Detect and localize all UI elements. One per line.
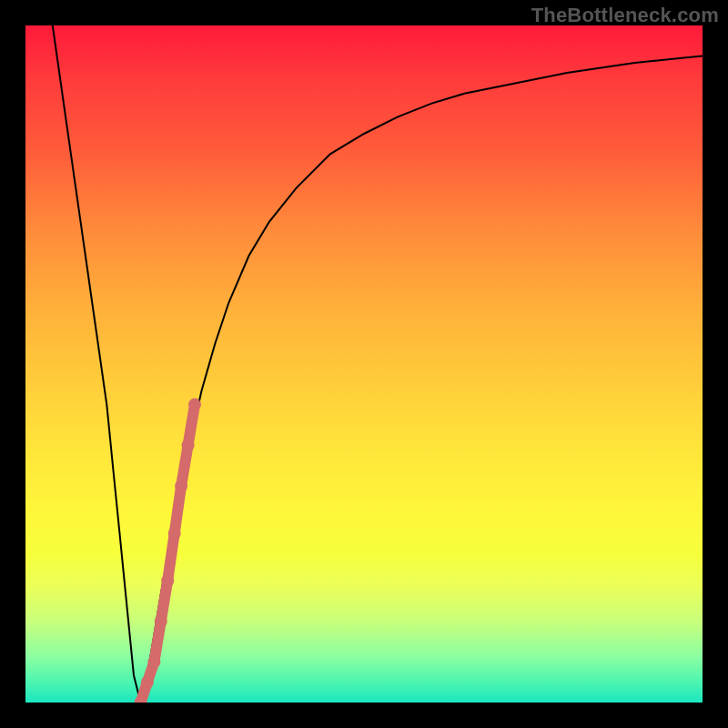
highlight-dot (168, 527, 181, 540)
highlight-dot (155, 615, 167, 628)
highlight-dot (161, 574, 174, 587)
highlight-markers (135, 399, 202, 703)
curve-path (53, 25, 703, 703)
highlight-dot (141, 676, 154, 689)
watermark-text: TheBottleneck.com (531, 4, 719, 27)
highlight-dot (188, 399, 201, 411)
chart-frame: TheBottleneck.com (0, 0, 728, 728)
highlight-dot (182, 439, 195, 451)
highlight-dot (175, 480, 187, 492)
highlight-dot (147, 655, 160, 668)
curve-overlay (25, 25, 703, 703)
bottleneck-curve (53, 25, 703, 703)
plot-area (25, 25, 703, 703)
